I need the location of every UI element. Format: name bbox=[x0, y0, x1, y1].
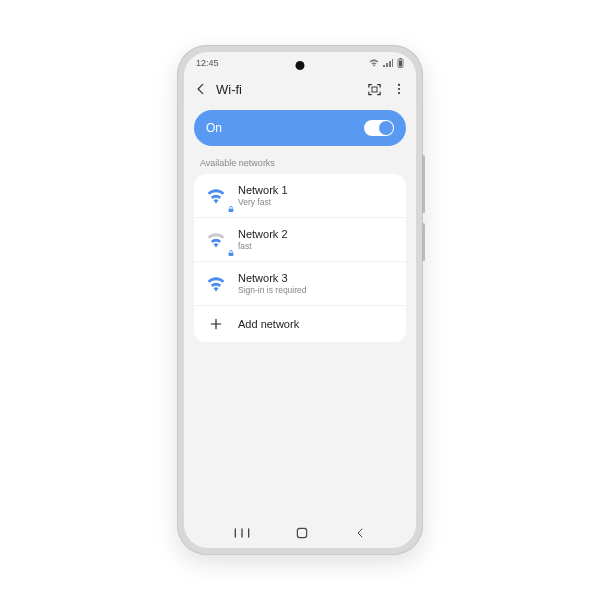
power-button bbox=[422, 223, 425, 261]
wifi-switch[interactable] bbox=[364, 120, 394, 136]
signal-status-icon bbox=[383, 59, 393, 67]
wifi-lock-icon bbox=[206, 188, 226, 204]
add-network-row[interactable]: Add network bbox=[194, 305, 406, 342]
networks-card: Network 1 Very fast Network 2 fast bbox=[194, 174, 406, 342]
svg-rect-3 bbox=[372, 87, 377, 92]
status-time: 12:45 bbox=[196, 58, 219, 68]
network-row[interactable]: Network 2 fast bbox=[194, 217, 406, 261]
network-row[interactable]: Network 1 Very fast bbox=[194, 174, 406, 217]
nav-bar bbox=[184, 518, 416, 548]
plus-icon bbox=[206, 316, 226, 332]
svg-rect-1 bbox=[400, 58, 402, 59]
wifi-lock-icon bbox=[206, 232, 226, 248]
wifi-toggle-row[interactable]: On bbox=[194, 110, 406, 146]
volume-button bbox=[422, 155, 425, 213]
back-button[interactable] bbox=[354, 527, 366, 539]
svg-point-6 bbox=[398, 92, 400, 94]
page-title: Wi-fi bbox=[216, 82, 359, 97]
wifi-toggle-label: On bbox=[206, 121, 222, 135]
more-icon[interactable] bbox=[392, 82, 406, 96]
svg-rect-8 bbox=[229, 252, 234, 255]
app-header: Wi-fi bbox=[184, 74, 416, 104]
stage: 12:45 Wi-fi bbox=[0, 0, 600, 600]
wifi-status-icon bbox=[369, 59, 379, 67]
wifi-icon bbox=[206, 276, 226, 292]
back-icon[interactable] bbox=[194, 82, 208, 96]
spacer bbox=[184, 342, 416, 518]
recents-button[interactable] bbox=[234, 527, 250, 539]
front-camera bbox=[296, 61, 305, 70]
available-networks-label: Available networks bbox=[184, 146, 416, 174]
network-name: Network 2 bbox=[238, 228, 288, 240]
battery-status-icon bbox=[397, 58, 404, 68]
add-network-label: Add network bbox=[238, 318, 299, 330]
svg-point-4 bbox=[398, 84, 400, 86]
network-sub: Very fast bbox=[238, 197, 288, 207]
phone-frame: 12:45 Wi-fi bbox=[177, 45, 423, 555]
network-name: Network 3 bbox=[238, 272, 307, 284]
home-button[interactable] bbox=[295, 526, 309, 540]
screen: 12:45 Wi-fi bbox=[184, 52, 416, 548]
svg-rect-7 bbox=[229, 208, 234, 211]
svg-point-5 bbox=[398, 88, 400, 90]
qr-scan-icon[interactable] bbox=[367, 82, 382, 97]
network-sub: fast bbox=[238, 241, 288, 251]
network-row[interactable]: Network 3 Sign-in is required bbox=[194, 261, 406, 305]
network-name: Network 1 bbox=[238, 184, 288, 196]
svg-rect-2 bbox=[399, 61, 402, 67]
svg-rect-9 bbox=[297, 528, 306, 537]
network-sub: Sign-in is required bbox=[238, 285, 307, 295]
header-actions bbox=[367, 82, 406, 97]
status-indicators bbox=[369, 58, 404, 68]
